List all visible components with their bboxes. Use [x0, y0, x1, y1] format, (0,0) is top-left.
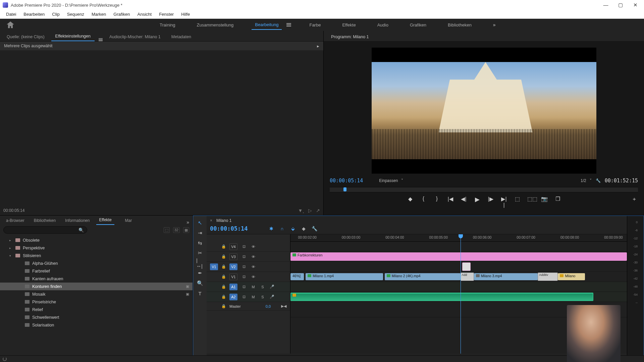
program-settings-icon[interactable]: 🔧 [596, 178, 601, 183]
lock-icon[interactable]: 🔒 [221, 285, 226, 289]
eye-icon[interactable]: 👁 [250, 245, 256, 249]
tabs-overflow-icon[interactable]: » [186, 220, 189, 225]
step-back-button[interactable]: ◀| [460, 196, 468, 202]
workspace-zusammenstellung[interactable]: Zusammenstellung [193, 20, 237, 29]
maximize-button[interactable]: ▢ [617, 2, 624, 8]
eye-icon[interactable]: 👁 [250, 255, 256, 259]
track-header-v3[interactable]: 🔒V3⊡👁 [207, 252, 290, 262]
track-header-a1[interactable]: 🔒A1⊡MS🎤 [207, 282, 290, 292]
go-to-in-button[interactable]: |◀ [447, 196, 454, 202]
lock-icon[interactable]: 🔒 [221, 304, 226, 308]
track-v2[interactable] [290, 262, 627, 272]
sync-lock-icon[interactable]: ⊡ [241, 295, 247, 299]
effect-schwellenwert[interactable]: Schwellenwert [0, 313, 193, 321]
sync-lock-icon[interactable]: ⊡ [241, 285, 247, 289]
clip-milano1[interactable]: Milano 1.mp4 [306, 273, 383, 280]
sync-lock-icon[interactable]: ⊡ [241, 254, 247, 259]
mute-toggle[interactable]: M [250, 295, 256, 299]
add-marker-tl[interactable]: ⬙ [290, 226, 296, 231]
effect-pinselstriche[interactable]: Pinselstriche [0, 298, 193, 306]
play-only-icon[interactable]: ▷ [308, 208, 312, 213]
master-meter-icon[interactable]: ▶◀ [281, 304, 287, 308]
track-select-tool[interactable]: ⇥ [196, 229, 204, 237]
menu-bearbeiten[interactable]: Bearbeiten [21, 11, 47, 18]
voice-over-icon[interactable]: 🎤 [269, 285, 275, 289]
program-resolution-select[interactable]: 1/2 ˅ [581, 178, 592, 183]
panel-menu-icon[interactable] [99, 38, 103, 41]
effect-mosaik[interactable]: Mosaik▣ [0, 290, 193, 298]
track-a1[interactable] [290, 282, 627, 292]
slip-tool[interactable]: |↔| [196, 259, 204, 267]
clip-milano2[interactable]: Milano 2 (4K).mp4 [385, 273, 461, 280]
clip-audio[interactable] [290, 293, 593, 301]
track-v3[interactable]: Farbkorrekturen [290, 252, 627, 262]
workspace-bibliotheken[interactable]: Bibliotheken [444, 20, 475, 29]
add-marker-button[interactable]: ◆ [407, 196, 414, 202]
pen-tool[interactable]: ✒ [196, 269, 204, 277]
yuv-filter-icon[interactable]: ▦ [183, 227, 189, 233]
track-v4[interactable] [290, 242, 627, 252]
close-button[interactable]: ✕ [632, 2, 639, 8]
voice-over-icon[interactable]: 🎤 [269, 295, 275, 299]
program-timecode[interactable]: 00:00:05:14 [330, 178, 363, 184]
menu-fenster[interactable]: Fenster [156, 11, 176, 18]
sequence-name[interactable]: Milano 1 [216, 218, 231, 223]
export-frame-button[interactable]: 📷 [541, 196, 548, 202]
step-forward-button[interactable]: |▶ [487, 196, 494, 202]
mark-out-button[interactable]: } [433, 196, 441, 202]
effects-search-input[interactable] [3, 226, 87, 234]
clip-pre[interactable]: 46%] [290, 273, 304, 280]
track-header-v1[interactable]: 🔒V1⊡👁 [207, 272, 290, 282]
workspace-options-icon[interactable] [286, 23, 291, 26]
program-video-frame[interactable] [372, 48, 596, 174]
clip-v2-small[interactable] [462, 262, 471, 271]
effect-farbrelief[interactable]: Farbrelief [0, 267, 193, 275]
tab-media-browser[interactable]: a-Browser [3, 216, 27, 225]
workspace-training[interactable]: Training [156, 20, 178, 29]
type-tool[interactable]: T [196, 290, 204, 297]
effect-kanten-aufrauen[interactable]: Kanten aufrauen [0, 275, 193, 283]
menu-grafiken[interactable]: Grafiken [111, 11, 132, 18]
tab-effect-controls[interactable]: Effekteinstellungen [51, 31, 95, 41]
eye-icon[interactable]: 👁 [250, 265, 256, 269]
tab-metadata[interactable]: Metadaten [167, 32, 195, 41]
timeline-playhead[interactable] [461, 234, 461, 354]
transition-add[interactable]: Add [461, 273, 474, 281]
effect-relief[interactable]: Relief [0, 306, 193, 313]
workspace-effekte[interactable]: Effekte [339, 20, 359, 29]
filter-icon[interactable]: ▼¸ [298, 208, 304, 213]
workspace-grafiken[interactable]: Grafiken [407, 20, 430, 29]
track-header-a2[interactable]: 🔒A2⊡MS🎤 [207, 292, 290, 302]
track-a2[interactable] [290, 292, 627, 302]
play-button[interactable]: ▶ [474, 196, 481, 202]
go-to-out-button[interactable]: ▶| | [500, 196, 508, 202]
lock-icon[interactable]: 🔒 [221, 254, 226, 259]
menu-sequenz[interactable]: Sequenz [64, 11, 87, 18]
eye-icon[interactable]: 👁 [250, 275, 256, 279]
tab-info[interactable]: Informationen [62, 216, 92, 225]
mark-in-button[interactable]: { [420, 196, 427, 202]
program-scrub-bar[interactable] [330, 187, 638, 192]
track-header-v4[interactable]: 🔒V4⊡👁 [207, 242, 290, 252]
track-header-v2[interactable]: V1🔒V2⊡👁 [207, 262, 290, 272]
workspace-overflow-icon[interactable]: » [493, 22, 496, 27]
folder-stilisieren[interactable]: Stilisieren [0, 252, 193, 259]
lock-icon[interactable]: 🔒 [221, 244, 226, 249]
menu-marken[interactable]: Marken [89, 11, 109, 18]
razor-tool[interactable]: ✂ [196, 249, 204, 257]
mute-toggle[interactable]: M [250, 285, 256, 289]
lift-button[interactable]: ⬚ [514, 196, 521, 202]
audio-meters[interactable]: 0 -6 -12 -18 -24 -30 -36 -42 -48 -54 -- … [627, 216, 644, 362]
effect-alpha-gluehen[interactable]: Alpha-Glühen [0, 259, 193, 267]
tab-libraries[interactable]: Bibliotheken [31, 216, 58, 225]
linked-selection-toggle[interactable]: ∩ [279, 226, 285, 231]
master-volume[interactable]: 0,0 [266, 304, 271, 308]
lock-icon[interactable]: 🔒 [221, 275, 226, 279]
program-zoom-select[interactable]: Einpassen ˅ [379, 178, 403, 183]
menu-datei[interactable]: Datei [3, 11, 19, 18]
home-icon[interactable] [7, 21, 14, 28]
folder-perspektive[interactable]: Perspektive [0, 244, 193, 252]
timeline-timecode[interactable]: 00:00:05:14 [210, 225, 264, 232]
menu-hilfe[interactable]: Hilfe [178, 11, 193, 18]
clip-milano3[interactable]: Milano 3.mp4 [474, 273, 538, 280]
